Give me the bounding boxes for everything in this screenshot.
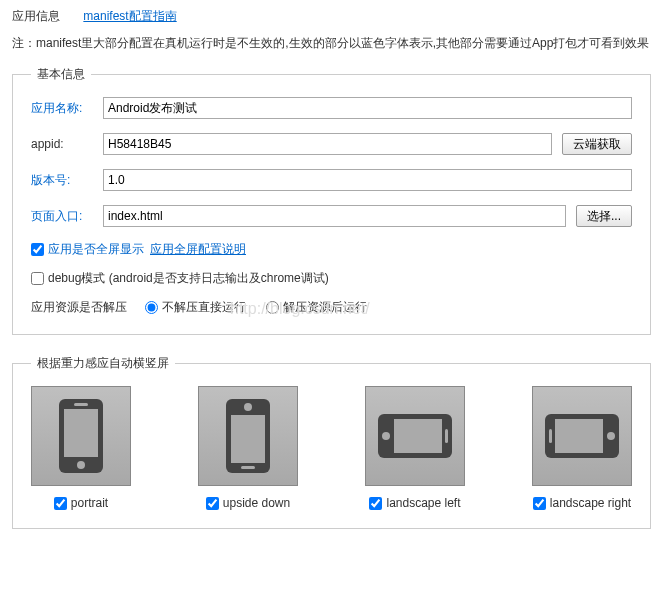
svg-point-14 bbox=[607, 432, 615, 440]
fullscreen-config-link[interactable]: 应用全屏配置说明 bbox=[150, 241, 246, 258]
phone-landscape-right-icon bbox=[545, 414, 619, 458]
version-label: 版本号: bbox=[31, 172, 103, 189]
orient-landscape-left: landscape left bbox=[365, 386, 465, 510]
orient-tile-landscape-right[interactable] bbox=[532, 386, 632, 486]
svg-rect-3 bbox=[74, 403, 88, 406]
appid-label: appid: bbox=[31, 137, 103, 151]
orient-tile-portrait[interactable] bbox=[31, 386, 131, 486]
decompress-opt1-label: 不解压直接运行 bbox=[162, 299, 246, 316]
orient-tile-upsidedown[interactable] bbox=[198, 386, 298, 486]
debug-label: debug模式 (android是否支持日志输出及chrome调试) bbox=[48, 270, 329, 287]
entry-input[interactable] bbox=[103, 205, 566, 227]
fullscreen-label: 应用是否全屏显示 bbox=[48, 241, 144, 258]
note-text: 注：manifest里大部分配置在真机运行时是不生效的,生效的部分以蓝色字体表示… bbox=[12, 35, 651, 52]
basic-info-fieldset: 基本信息 应用名称: appid: 云端获取 版本号: 页面入口: 选择... … bbox=[12, 66, 651, 335]
orient-landscape-left-label: landscape left bbox=[386, 496, 460, 510]
svg-rect-9 bbox=[394, 419, 442, 453]
phone-upsidedown-icon bbox=[226, 399, 270, 473]
orient-landscape-right-checkbox[interactable] bbox=[533, 497, 546, 510]
phone-portrait-icon bbox=[59, 399, 103, 473]
cloud-fetch-button[interactable]: 云端获取 bbox=[562, 133, 632, 155]
svg-point-6 bbox=[244, 403, 252, 411]
entry-label: 页面入口: bbox=[31, 208, 103, 225]
decompress-label: 应用资源是否解压 bbox=[31, 299, 127, 316]
orient-portrait-checkbox[interactable] bbox=[54, 497, 67, 510]
orient-portrait-label: portrait bbox=[71, 496, 108, 510]
fullscreen-checkbox[interactable] bbox=[31, 243, 44, 256]
appname-input[interactable] bbox=[103, 97, 632, 119]
svg-point-10 bbox=[382, 432, 390, 440]
orient-landscape-right: landscape right bbox=[532, 386, 632, 510]
appname-label: 应用名称: bbox=[31, 100, 103, 117]
debug-checkbox[interactable] bbox=[31, 272, 44, 285]
appid-input[interactable] bbox=[103, 133, 552, 155]
orient-landscape-left-checkbox[interactable] bbox=[369, 497, 382, 510]
basic-info-legend: 基本信息 bbox=[31, 66, 91, 83]
svg-rect-7 bbox=[241, 466, 255, 469]
orient-landscape-right-label: landscape right bbox=[550, 496, 631, 510]
svg-rect-15 bbox=[549, 429, 552, 443]
svg-rect-11 bbox=[445, 429, 448, 443]
choose-button[interactable]: 选择... bbox=[576, 205, 632, 227]
decompress-opt2-radio[interactable] bbox=[266, 301, 279, 314]
version-input[interactable] bbox=[103, 169, 632, 191]
orient-upsidedown-checkbox[interactable] bbox=[206, 497, 219, 510]
svg-rect-5 bbox=[231, 415, 265, 463]
appinfo-label: 应用信息 bbox=[12, 9, 60, 23]
orient-tile-landscape-left[interactable] bbox=[365, 386, 465, 486]
decompress-opt2-label: 解压资源后运行 bbox=[283, 299, 367, 316]
orient-upsidedown: upside down bbox=[198, 386, 298, 510]
orientation-legend: 根据重力感应自动横竖屏 bbox=[31, 355, 175, 372]
orient-upsidedown-label: upside down bbox=[223, 496, 290, 510]
orientation-fieldset: 根据重力感应自动横竖屏 portrait upside down bbox=[12, 355, 651, 529]
svg-rect-13 bbox=[555, 419, 603, 453]
svg-rect-1 bbox=[64, 409, 98, 457]
decompress-opt1-radio[interactable] bbox=[145, 301, 158, 314]
manifest-guide-link[interactable]: manifest配置指南 bbox=[83, 9, 176, 23]
svg-point-2 bbox=[77, 461, 85, 469]
phone-landscape-left-icon bbox=[378, 414, 452, 458]
orient-portrait: portrait bbox=[31, 386, 131, 510]
